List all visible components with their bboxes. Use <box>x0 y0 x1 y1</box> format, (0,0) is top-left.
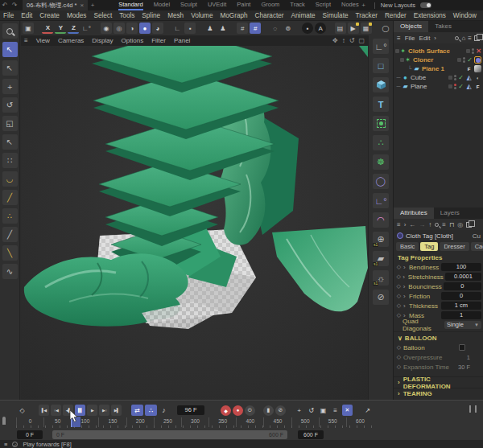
parameter-record-button[interactable]: ▣ <box>318 405 328 416</box>
mode-tab[interactable]: Cache <box>471 242 483 251</box>
axis-y-lock-button[interactable]: Y <box>55 23 66 34</box>
home-icon[interactable]: ⌂ <box>461 35 465 42</box>
add-layout-button[interactable]: + <box>359 2 369 9</box>
enabled-icon[interactable]: ✓ <box>458 74 464 81</box>
go-to-end-button[interactable]: ▶▌ <box>111 405 122 416</box>
point-level-animation-button[interactable]: + <box>294 405 304 416</box>
viewport-menu-display[interactable]: Display <box>92 37 113 44</box>
panel-tab[interactable]: Attributes <box>394 208 434 219</box>
modeling-axis-button[interactable]: ▪ <box>184 23 196 34</box>
record-keyframe-button[interactable]: ◆ <box>221 405 231 416</box>
rotate-record-button[interactable]: ↺ <box>306 405 316 416</box>
floor-object-button[interactable]: ⊕s1 <box>373 232 389 247</box>
sketch-tool-button[interactable]: ∿ <box>2 264 18 279</box>
menu-item[interactable]: File <box>3 12 14 19</box>
draw-pen-button[interactable]: ╲ <box>2 245 18 261</box>
cloner-object-button[interactable] <box>373 116 389 131</box>
workplane-options-button[interactable]: ⊚ <box>283 23 294 34</box>
material-button[interactable]: ⊘ <box>373 290 389 305</box>
record-rotation-button[interactable]: ⊘ <box>275 405 286 416</box>
viewport-menu-panel[interactable]: Panel <box>174 37 190 44</box>
pen-tool-button[interactable]: ╱ <box>2 190 18 205</box>
status-menu-icon[interactable]: ≡ <box>4 441 7 448</box>
keyframe-dot-icon[interactable]: ◇ <box>396 302 402 309</box>
objects-menu-edit[interactable]: Edit <box>419 35 431 42</box>
filter-icon[interactable]: ≡ <box>468 35 472 42</box>
property-value-field[interactable]: 100 <box>441 263 481 271</box>
rotate-tool-button[interactable]: ↺ <box>2 97 18 113</box>
range-start-field[interactable]: 0 F <box>17 430 43 439</box>
layout-tab[interactable]: UVEdit <box>208 0 226 10</box>
axis-x-lock-button[interactable]: X <box>42 23 53 34</box>
visibility-dots[interactable] <box>454 75 456 80</box>
popout-icon[interactable] <box>466 222 472 228</box>
spline-rectangle-button[interactable]: □ <box>373 58 389 73</box>
previous-key-button[interactable]: ○◀ <box>51 405 61 416</box>
new-document-button[interactable]: + <box>88 2 97 9</box>
menu-item[interactable]: Extensions <box>414 12 446 19</box>
collapsed-section-header[interactable]: › PLASTIC DEFORMATION <box>394 376 483 388</box>
interactive-render-button[interactable]: ● <box>139 23 151 34</box>
object-row-cube[interactable]: ─ ● Cube ✓ ◭ ◐ <box>394 73 483 82</box>
property-value-field[interactable]: 0 <box>444 282 481 290</box>
autokey-button[interactable]: ● <box>233 405 243 416</box>
previous-frame-button[interactable]: ◀▌ <box>63 405 73 416</box>
keyframe-selection-button[interactable]: ⊙ <box>245 405 255 416</box>
character-object-button[interactable]: ♟ <box>204 23 216 34</box>
menu-item[interactable]: Create <box>39 12 60 19</box>
menu-item[interactable]: Volume <box>191 12 213 19</box>
render-settings-button[interactable]: ◕ <box>152 23 163 34</box>
filter-icon[interactable]: ≡ <box>442 221 446 228</box>
pan-view-icon[interactable]: ✥ <box>332 37 338 44</box>
viewport-canvas[interactable] <box>21 46 368 400</box>
quad-diagonals-select[interactable]: Single ▼ <box>444 321 481 329</box>
flag-tag-icon[interactable]: F <box>474 83 481 90</box>
search-icon[interactable] <box>455 36 459 40</box>
keyframe-diamond-button[interactable]: ◇ <box>17 405 27 416</box>
range-slider[interactable]: 0 F 600 F <box>52 430 287 439</box>
search-icon[interactable] <box>435 223 439 227</box>
expand-arrow-icon[interactable]: › <box>403 293 407 300</box>
field-ring-button[interactable]: ◯ <box>373 174 389 189</box>
team-render-button[interactable]: ▪ <box>302 23 313 34</box>
live-selection-button[interactable]: ↖ <box>2 42 18 57</box>
close-tab-icon[interactable]: × <box>80 2 85 9</box>
scale-tool-button[interactable]: ◱ <box>2 116 18 131</box>
flag-tag-icon[interactable]: F <box>465 65 473 72</box>
point-tool-button[interactable]: ∴ <box>2 208 18 224</box>
viewport-menu-view[interactable]: View <box>36 37 50 44</box>
objects-menu-file[interactable]: File <box>405 35 415 42</box>
render-material-button[interactable]: ◑ <box>126 23 138 34</box>
simulation-toggle-button[interactable]: ✕ <box>342 405 353 416</box>
panel-tab[interactable]: Takes <box>428 21 458 32</box>
render-region-button[interactable]: ◎ <box>114 23 125 34</box>
light-object-button[interactable]: ☼s1 <box>373 270 389 286</box>
camera-rig-button[interactable]: ∟° <box>373 193 389 208</box>
viewport-menu-icon[interactable]: ≡ <box>24 37 28 44</box>
balloon-checkbox[interactable] <box>459 344 465 351</box>
text-object-button[interactable]: T <box>373 97 389 112</box>
search-tool-button[interactable] <box>2 23 18 39</box>
mode-tab[interactable]: Basic <box>396 242 419 251</box>
property-value-field[interactable]: 0 <box>441 292 481 300</box>
menu-item[interactable]: Edit <box>21 12 32 19</box>
visibility-dots[interactable] <box>472 48 474 54</box>
layout-tab[interactable]: Model <box>154 0 170 10</box>
animation-layers-button[interactable]: ≡ <box>330 405 341 416</box>
annotation-button[interactable]: A <box>315 23 326 34</box>
property-value-field[interactable]: 0.0001 <box>445 273 481 281</box>
coordinate-system-button[interactable]: ∟° <box>80 23 92 34</box>
keyframe-dot-icon[interactable]: ◇ <box>396 293 402 299</box>
deformer-button[interactable]: ◠ <box>373 212 389 228</box>
multi-transform-button[interactable]: ∷ <box>2 153 18 168</box>
menu-item[interactable]: Character <box>255 12 284 19</box>
phong-tag-icon[interactable]: ◭ <box>465 83 473 90</box>
joint-tool-button[interactable]: ♟ <box>217 23 229 34</box>
layout-tab[interactable]: Sculpt <box>180 0 197 10</box>
keyframe-dot-icon[interactable]: ◇ <box>396 273 401 280</box>
objects-menu-more[interactable]: › <box>434 35 436 42</box>
timeline-window-button[interactable]: ▤ <box>335 23 346 34</box>
new-layouts-label[interactable]: New Layouts <box>381 2 415 9</box>
fcurve-button[interactable]: ↗ <box>362 405 373 416</box>
panel-tab[interactable]: Layers <box>434 208 466 219</box>
